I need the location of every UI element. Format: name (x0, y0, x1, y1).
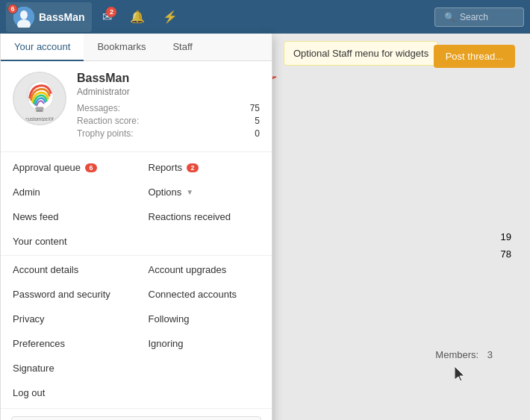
brand-badge: 6 (7, 4, 18, 14)
lightning-icon: ⚡ (163, 10, 178, 24)
profile-stats: Messages: 75 Reaction score: 5 Trophy po… (77, 103, 260, 139)
svg-marker-4 (455, 366, 464, 381)
alerts-button[interactable]: 🔔 (122, 5, 152, 28)
menu-ignoring[interactable]: Ignoring (137, 331, 272, 356)
search-bar[interactable]: 🔍 Search (434, 7, 524, 27)
menu-connected-accounts[interactable]: Connected accounts (137, 282, 272, 307)
tab-bookmarks[interactable]: Bookmarks (84, 34, 159, 61)
status-input[interactable] (11, 416, 261, 420)
svg-point-1 (20, 10, 28, 19)
tab-staff[interactable]: Staff (159, 34, 206, 61)
menu-options[interactable]: Options ▼ (137, 180, 272, 204)
menu-password-security[interactable]: Password and security (1, 282, 137, 307)
svg-rect-7 (35, 107, 43, 110)
chevron-down-icon: ▼ (186, 188, 193, 196)
account-dropdown: Your account Bookmarks Staff (0, 34, 272, 420)
stat-reaction: Reaction score: 5 (77, 116, 260, 126)
bg-stats: 19 78 (501, 231, 511, 260)
post-thread-button[interactable]: Post thread... (434, 45, 515, 68)
svg-rect-8 (36, 110, 43, 112)
stat-1: 19 (501, 231, 511, 242)
tab-your-account[interactable]: Your account (1, 34, 84, 61)
bell-icon: 🔔 (130, 10, 145, 24)
stat-messages: Messages: 75 (77, 103, 260, 113)
callout-box: Optional Staff menu for widgets (284, 41, 438, 66)
stat-2: 78 (501, 248, 511, 260)
menu-reactions-received[interactable]: Reactions received (137, 204, 272, 229)
callout-text: Optional Staff menu for widgets (293, 48, 428, 59)
menu-empty-right (137, 229, 272, 254)
brand-button[interactable]: 6 BassMan (6, 2, 92, 32)
profile-section: customizeXit BassMan Administrator Messa… (1, 61, 272, 152)
top-navigation: 6 BassMan ✉ 2 🔔 ⚡ 🔍 Search (0, 0, 530, 34)
post-thread-label: Post thread... (446, 51, 503, 62)
menu-privacy[interactable]: Privacy (1, 307, 137, 331)
svg-text:customizeXit: customizeXit (25, 116, 54, 122)
menu-reports[interactable]: Reports 2 (137, 155, 272, 180)
menu-news-feed[interactable]: News feed (1, 204, 137, 229)
menu-admin[interactable]: Admin (1, 180, 137, 204)
cursor-icon (455, 366, 467, 383)
menu-log-out[interactable]: Log out (1, 380, 272, 405)
stat-trophy: Trophy points: 0 (77, 128, 260, 139)
members-label: Members: (435, 349, 478, 360)
search-icon: 🔍 (444, 12, 455, 22)
approval-badge: 6 (85, 163, 97, 172)
profile-role: Administrator (77, 87, 260, 97)
menu-signature[interactable]: Signature (1, 356, 272, 380)
status-input-area (1, 408, 272, 420)
profile-info: BassMan Administrator Messages: 75 React… (77, 72, 260, 141)
menu-following[interactable]: Following (137, 307, 272, 331)
menu-preferences[interactable]: Preferences (1, 331, 137, 356)
menu-account-upgrades[interactable]: Account upgrades (137, 257, 272, 282)
profile-avatar[interactable]: customizeXit (13, 72, 66, 125)
menu-your-content[interactable]: Your content (1, 229, 137, 254)
brand-name: BassMan (39, 11, 84, 23)
search-label: Search (460, 12, 488, 22)
menu-grid: Approval queue 6 Reports 2 Admin Options… (1, 152, 272, 408)
messages-button[interactable]: ✉ 2 (95, 5, 119, 28)
dropdown-tabs: Your account Bookmarks Staff (1, 34, 272, 61)
menu-separator (1, 255, 272, 256)
members-count: 3 (487, 349, 493, 360)
reports-badge: 2 (187, 163, 199, 172)
messages-badge: 2 (106, 7, 116, 17)
activity-button[interactable]: ⚡ (155, 5, 185, 28)
profile-name: BassMan (77, 72, 260, 85)
menu-account-details[interactable]: Account details (1, 257, 137, 282)
menu-approval-queue[interactable]: Approval queue 6 (1, 155, 137, 180)
members-row: Members: 3 (435, 349, 493, 360)
